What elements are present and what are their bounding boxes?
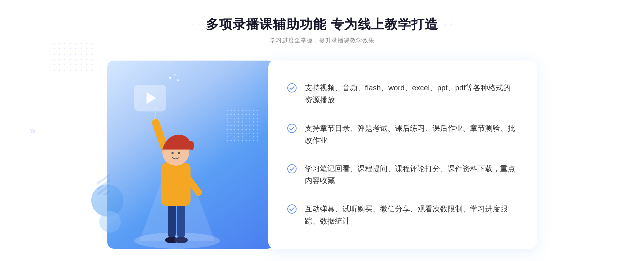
dot: [86, 64, 87, 65]
dot: [70, 54, 71, 55]
dot: [91, 64, 92, 65]
dot: [54, 43, 55, 44]
check-circle-icon-1: [287, 83, 297, 93]
dot: [54, 48, 55, 49]
deco-circle-small: [99, 211, 121, 233]
dots-separator-right-icon: ⁘ ⁘: [444, 21, 454, 28]
dots-separator-left-icon: ⁘ ⁘: [190, 21, 201, 28]
svg-point-10: [174, 237, 188, 243]
dot: [70, 43, 71, 44]
header-section: ⁘ ⁘ 多项录播课辅助功能 专为线上教学打造 ⁘ ⁘ 学习进度全掌握，提升录播课…: [190, 16, 454, 44]
dot: [91, 59, 92, 60]
dot: [91, 70, 92, 71]
feature-text-3: 学习笔记回看、课程提问、课程评论打分、课件资料下载，重点内容收藏: [305, 163, 518, 187]
check-circle-icon-3: [287, 164, 297, 174]
dot: [86, 59, 87, 60]
dot: [64, 70, 65, 71]
features-card: 支持视频、音频、flash、word、excel、ppt、pdf等各种格式的资源…: [268, 61, 537, 248]
dot: [64, 48, 65, 49]
svg-rect-1: [168, 203, 176, 238]
dot: [70, 48, 71, 49]
svg-rect-3: [161, 163, 191, 206]
dot: [54, 59, 55, 60]
dot: [86, 48, 87, 49]
check-circle-icon-2: [287, 124, 297, 133]
dot: [75, 70, 76, 71]
stripe-decoration: [94, 174, 110, 195]
dot: [80, 43, 82, 44]
dot: [70, 70, 71, 71]
dot: [91, 43, 92, 44]
feature-text-2: 支持章节目录、弹题考试、课后练习、课后作业、章节测验、批改作业: [305, 122, 518, 147]
dot: [70, 59, 71, 60]
dot: [80, 70, 82, 71]
dot: [91, 54, 92, 55]
page-title: 多项录播课辅助功能 专为线上教学打造: [206, 16, 438, 33]
feature-text-1: 支持视频、音频、flash、word、excel、ppt、pdf等各种格式的资源…: [305, 82, 518, 106]
feature-item-4: 互动弹幕、试听购买、微信分享、观看次数限制、学习进度跟踪、数据统计: [287, 195, 518, 235]
dot: [70, 64, 71, 65]
dot: [91, 48, 92, 49]
dot: [86, 54, 87, 55]
check-circle-icon-4: [287, 204, 297, 214]
dot: [75, 59, 76, 60]
svg-point-8: [178, 152, 180, 154]
chevron-left-icon: »: [30, 125, 35, 136]
dot: [54, 70, 55, 71]
dot: [80, 59, 82, 60]
dot: [59, 64, 60, 65]
feature-item-1: 支持视频、音频、flash、word、excel、ppt、pdf等各种格式的资源…: [287, 74, 518, 114]
dot: [59, 70, 60, 71]
svg-point-13: [288, 165, 296, 173]
dot: [59, 54, 60, 55]
feature-item-2: 支持章节目录、弹题考试、课后练习、课后作业、章节测验、批改作业: [287, 114, 518, 155]
dot: [59, 43, 60, 44]
left-arrow-icon[interactable]: »: [30, 125, 35, 137]
dot: [64, 54, 65, 55]
illustration-card: [107, 61, 274, 248]
page-wrapper: » ⁘ ⁘ 多项录播课辅助功能 专为线上教学打造 ⁘ ⁘ 学习进度全掌握，提升录…: [0, 0, 644, 261]
dot: [54, 54, 55, 55]
svg-rect-2: [177, 203, 185, 238]
dot: [80, 64, 82, 65]
dot: [64, 59, 65, 60]
dot: [75, 43, 76, 44]
dot: [75, 48, 76, 49]
dot: [64, 64, 65, 65]
svg-point-14: [288, 205, 296, 213]
dot: [86, 43, 87, 44]
dot: [86, 70, 87, 71]
svg-point-12: [288, 124, 296, 133]
svg-point-7: [171, 152, 174, 154]
dot: [64, 43, 65, 44]
svg-point-11: [288, 84, 296, 92]
content-area: 支持视频、音频、flash、word、excel、ppt、pdf等各种格式的资源…: [107, 61, 537, 248]
person-illustration: [123, 91, 231, 249]
dot: [80, 54, 82, 55]
dot: [54, 64, 55, 65]
dot: [75, 54, 76, 55]
dot: [59, 48, 60, 49]
bg-dots-top-left: [54, 43, 94, 73]
dot: [80, 48, 82, 49]
dot: [59, 59, 60, 60]
dot: [75, 64, 76, 65]
feature-text-4: 互动弹幕、试听购买、微信分享、观看次数限制、学习进度跟踪、数据统计: [305, 203, 518, 227]
feature-item-3: 学习笔记回看、课程提问、课程评论打分、课件资料下载，重点内容收藏: [287, 155, 518, 195]
page-subtitle: 学习进度全掌握，提升录播课教学效果: [190, 36, 454, 44]
